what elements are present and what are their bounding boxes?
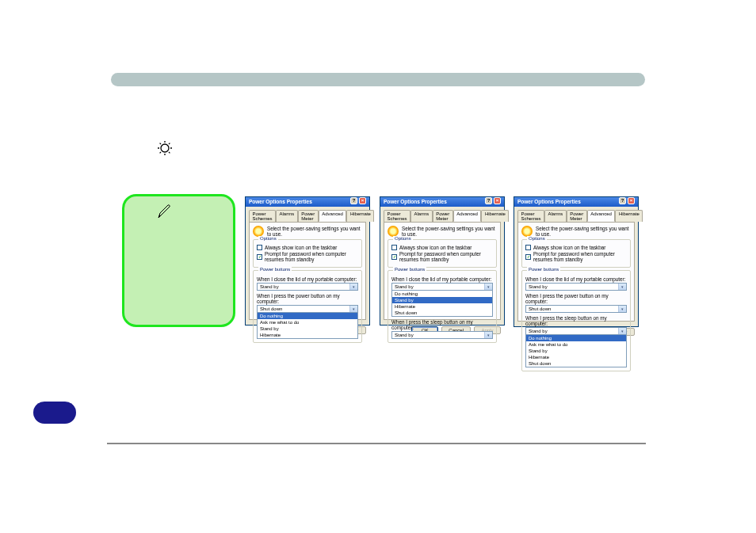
page-badge bbox=[33, 402, 76, 424]
tab-power-meter[interactable]: Power Meter bbox=[433, 210, 453, 222]
instruction-text: Select the power-saving settings you wan… bbox=[267, 226, 362, 237]
combo-power-dropdown[interactable]: Do nothing Ask me what to do Stand by Hi… bbox=[257, 313, 358, 339]
dialog-title: Power Options Properties bbox=[249, 197, 312, 207]
combo-option[interactable]: Shut down bbox=[526, 360, 626, 367]
tab-alarms[interactable]: Alarms bbox=[544, 210, 567, 222]
combo-option[interactable]: Stand by bbox=[392, 297, 492, 303]
chevron-down-icon: ▾ bbox=[484, 284, 492, 290]
help-icon[interactable]: ? bbox=[350, 197, 357, 204]
combo-value: Stand by bbox=[395, 333, 414, 337]
options-group: Options Always show icon on the taskbar … bbox=[388, 239, 497, 268]
titlebar[interactable]: Power Options Properties ? × bbox=[380, 197, 504, 207]
combo-option[interactable]: Stand by bbox=[258, 326, 357, 332]
checkbox-password[interactable]: ✓ Prompt for password when computer resu… bbox=[257, 251, 358, 262]
options-group: Options Always show icon on the taskbar … bbox=[253, 239, 362, 268]
tab-alarms[interactable]: Alarms bbox=[410, 210, 433, 222]
tab-power-meter[interactable]: Power Meter bbox=[298, 210, 319, 222]
tab-advanced[interactable]: Advanced bbox=[453, 210, 482, 222]
combo-lid[interactable]: Stand by ▾ bbox=[525, 283, 627, 291]
combo-option[interactable]: Hibernate bbox=[258, 332, 357, 338]
titlebar[interactable]: Power Options Properties ? × bbox=[246, 197, 369, 207]
combo-sleep[interactable]: Stand by ▾ bbox=[525, 327, 627, 335]
checkbox-label: Always show icon on the taskbar bbox=[399, 245, 472, 250]
chevron-down-icon: ▾ bbox=[618, 306, 626, 312]
options-group-title: Options bbox=[393, 236, 413, 241]
combo-option[interactable]: Hibernate bbox=[392, 303, 492, 310]
help-icon[interactable]: ? bbox=[619, 197, 626, 204]
checkbox-box bbox=[257, 245, 262, 250]
tab-power-meter[interactable]: Power Meter bbox=[567, 210, 587, 222]
note-card bbox=[122, 194, 235, 327]
combo-option[interactable]: Do nothing bbox=[392, 291, 492, 297]
combo-sleep[interactable]: Stand by ▾ bbox=[391, 331, 493, 339]
svg-line-7 bbox=[169, 143, 170, 144]
checkbox-box bbox=[391, 245, 397, 250]
help-icon[interactable]: ? bbox=[485, 197, 492, 204]
tab-panel: Select the power-saving settings you wan… bbox=[384, 222, 501, 320]
checkbox-taskbar[interactable]: Always show icon on the taskbar bbox=[257, 245, 358, 250]
combo-option[interactable]: Stand by bbox=[526, 348, 626, 354]
svg-line-8 bbox=[160, 152, 161, 153]
tab-hibernate[interactable]: Hibernate bbox=[346, 210, 374, 222]
chevron-down-icon: ▾ bbox=[349, 284, 357, 290]
tab-power-schemes[interactable]: Power Schemes bbox=[384, 210, 410, 222]
combo-option[interactable]: Ask me what to do bbox=[526, 341, 626, 348]
tab-strip: Power Schemes Alarms Power Meter Advance… bbox=[380, 207, 504, 222]
close-icon[interactable]: × bbox=[359, 197, 366, 204]
close-icon[interactable]: × bbox=[628, 197, 635, 204]
combo-lid-dropdown[interactable]: Do nothing Stand by Hibernate Shut down bbox=[391, 291, 493, 317]
label-power: When I press the power button on my comp… bbox=[525, 293, 627, 304]
titlebar[interactable]: Power Options Properties ? × bbox=[514, 197, 638, 207]
power-options-dialog-2: Power Options Properties ? × Power Schem… bbox=[380, 196, 505, 326]
checkbox-password[interactable]: ✓ Prompt for password when computer resu… bbox=[525, 251, 627, 262]
power-buttons-group-title: Power buttons bbox=[393, 267, 426, 272]
combo-value: Stand by bbox=[529, 284, 548, 289]
close-icon[interactable]: × bbox=[494, 197, 501, 204]
label-power: When I press the power button on my comp… bbox=[257, 293, 358, 304]
checkbox-box bbox=[525, 245, 531, 250]
combo-lid[interactable]: Stand by ▾ bbox=[257, 283, 358, 291]
chevron-down-icon: ▾ bbox=[349, 306, 357, 312]
tab-hibernate[interactable]: Hibernate bbox=[615, 210, 643, 222]
tab-power-schemes[interactable]: Power Schemes bbox=[249, 210, 276, 222]
combo-power[interactable]: Shut down ▾ bbox=[257, 305, 358, 313]
checkbox-taskbar[interactable]: Always show icon on the taskbar bbox=[391, 245, 493, 250]
combo-option[interactable]: Ask me what to do bbox=[258, 319, 357, 326]
combo-option[interactable]: Do nothing bbox=[526, 335, 626, 341]
checkbox-label: Always show icon on the taskbar bbox=[265, 245, 337, 250]
label-lid: When I close the lid of my portable comp… bbox=[391, 276, 493, 282]
divider bbox=[107, 443, 646, 444]
tab-panel: Select the power-saving settings you wan… bbox=[249, 222, 366, 320]
options-group: Options Always show icon on the taskbar … bbox=[521, 239, 631, 268]
checkbox-label: Prompt for password when computer resume… bbox=[265, 251, 358, 262]
checkbox-label: Always show icon on the taskbar bbox=[533, 245, 605, 250]
dialog-title: Power Options Properties bbox=[517, 197, 581, 207]
instruction-text: Select the power-saving settings you wan… bbox=[402, 226, 497, 237]
power-buttons-group: Power buttons When I close the lid of my… bbox=[388, 270, 497, 343]
battery-icon bbox=[521, 226, 533, 237]
checkbox-box: ✓ bbox=[525, 254, 531, 260]
svg-line-5 bbox=[160, 143, 161, 144]
combo-option[interactable]: Do nothing bbox=[258, 313, 357, 319]
options-group-title: Options bbox=[527, 236, 547, 241]
combo-value: Stand by bbox=[260, 284, 279, 289]
chevron-down-icon: ▾ bbox=[618, 284, 626, 290]
power-buttons-group: Power buttons When I close the lid of my… bbox=[253, 270, 362, 343]
power-buttons-group-title: Power buttons bbox=[258, 267, 292, 272]
combo-sleep-dropdown[interactable]: Do nothing Ask me what to do Stand by Hi… bbox=[525, 335, 627, 367]
checkbox-box: ✓ bbox=[391, 254, 397, 260]
combo-power[interactable]: Shut down ▾ bbox=[525, 305, 627, 313]
battery-icon bbox=[253, 226, 264, 237]
tab-alarms[interactable]: Alarms bbox=[276, 210, 298, 222]
tab-advanced[interactable]: Advanced bbox=[587, 210, 616, 222]
combo-option[interactable]: Hibernate bbox=[526, 354, 626, 360]
label-sleep: When I press the sleep button on my comp… bbox=[391, 319, 493, 330]
combo-lid[interactable]: Stand by ▾ bbox=[391, 283, 493, 291]
checkbox-label: Prompt for password when computer resume… bbox=[533, 251, 627, 262]
tab-advanced[interactable]: Advanced bbox=[319, 210, 347, 222]
tab-power-schemes[interactable]: Power Schemes bbox=[517, 210, 544, 222]
combo-option[interactable]: Shut down bbox=[392, 310, 492, 316]
tab-hibernate[interactable]: Hibernate bbox=[481, 210, 509, 222]
checkbox-taskbar[interactable]: Always show icon on the taskbar bbox=[525, 245, 627, 250]
checkbox-password[interactable]: ✓ Prompt for password when computer resu… bbox=[391, 251, 493, 262]
